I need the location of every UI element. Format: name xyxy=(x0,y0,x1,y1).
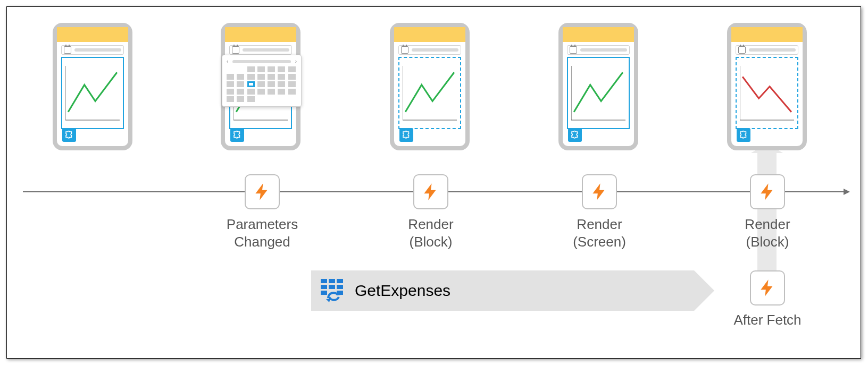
lightning-icon xyxy=(252,182,272,202)
event-parameters-changed: Parameters Changed xyxy=(209,174,315,250)
block-badge xyxy=(62,128,76,142)
event-label-line2: (Block) xyxy=(378,233,484,251)
phone-state-render-screen xyxy=(558,23,638,150)
event-icon-box xyxy=(245,174,280,209)
chevron-right-icon: › xyxy=(295,58,297,64)
event-label-line2: Changed xyxy=(209,233,315,251)
svg-rect-1 xyxy=(329,279,335,283)
phone-header-bar xyxy=(57,27,128,42)
lifecycle-diagram: ‹ › xyxy=(6,6,861,359)
aggregate-refresh-icon xyxy=(320,278,345,303)
date-input-row xyxy=(736,45,798,55)
placeholder-line xyxy=(412,48,458,52)
event-icon-box xyxy=(750,270,785,305)
calendar-icon xyxy=(64,46,71,54)
chart-block xyxy=(736,57,798,129)
chart-line-green xyxy=(403,61,457,125)
calendar-selected-day xyxy=(247,81,255,87)
lightning-icon xyxy=(757,278,778,298)
calendar-popover: ‹ › xyxy=(222,55,302,107)
event-label-line1: Parameters xyxy=(209,216,315,233)
event-label-line2: (Block) xyxy=(714,233,821,251)
date-input-row xyxy=(398,45,461,55)
chevron-left-icon: ‹ xyxy=(227,58,228,64)
event-label-line2: (Screen) xyxy=(546,233,653,251)
placeholder-line xyxy=(580,48,627,52)
block-badge xyxy=(568,128,582,142)
event-render-block-2: Render (Block) xyxy=(714,174,821,250)
phone-header-bar xyxy=(225,27,296,42)
event-icon-box xyxy=(582,174,617,209)
event-label-line1: Render xyxy=(378,216,484,233)
phone-state-after-fetch xyxy=(727,23,807,150)
lightning-icon xyxy=(589,182,610,202)
event-label-line1: Render xyxy=(714,216,821,233)
chart-block xyxy=(61,57,124,129)
calendar-icon xyxy=(232,46,239,54)
event-after-fetch: After Fetch xyxy=(714,270,821,328)
event-render-block-1: Render (Block) xyxy=(378,174,484,250)
placeholder-line xyxy=(243,48,289,52)
date-input-row xyxy=(567,45,630,55)
lightning-icon xyxy=(757,182,778,202)
calendar-icon xyxy=(401,46,408,54)
date-input-row xyxy=(61,45,124,55)
event-render-screen: Render (Screen) xyxy=(546,174,653,250)
phone-state-initial xyxy=(53,23,132,150)
phone-header-bar xyxy=(731,27,803,42)
svg-rect-4 xyxy=(329,285,335,289)
calendar-icon xyxy=(570,46,577,54)
puzzle-icon xyxy=(64,130,74,140)
chart-block xyxy=(398,57,461,129)
placeholder-line xyxy=(749,48,796,52)
aggregate-label: GetExpenses xyxy=(355,282,450,300)
month-label-placeholder xyxy=(232,60,290,63)
placeholder-line xyxy=(74,48,121,52)
svg-rect-0 xyxy=(321,279,327,283)
calendar-grid xyxy=(227,66,297,102)
event-label-line1: Render xyxy=(546,216,653,233)
chart-line-green xyxy=(65,61,120,125)
svg-rect-2 xyxy=(337,279,343,283)
date-input-row xyxy=(229,45,292,55)
after-fetch-label: After Fetch xyxy=(714,312,821,328)
svg-rect-5 xyxy=(337,285,343,289)
event-icon-box xyxy=(413,174,448,209)
chart-block xyxy=(567,57,630,129)
phone-state-render-block xyxy=(390,23,470,150)
lightning-icon xyxy=(421,182,441,202)
puzzle-icon xyxy=(739,130,748,140)
puzzle-icon xyxy=(232,130,242,140)
block-badge xyxy=(230,128,244,142)
phone-header-bar xyxy=(394,27,465,42)
puzzle-icon xyxy=(570,130,580,140)
phone-header-bar xyxy=(563,27,634,42)
aggregate-bar: GetExpenses xyxy=(311,270,694,311)
chart-line-red xyxy=(740,61,794,125)
phone-state-datepicker: ‹ › xyxy=(221,23,301,150)
svg-rect-3 xyxy=(321,285,327,289)
block-badge xyxy=(399,128,413,142)
calendar-icon xyxy=(738,46,746,54)
calendar-nav: ‹ › xyxy=(227,58,297,64)
chart-line-green xyxy=(571,61,625,125)
svg-rect-6 xyxy=(321,291,327,295)
block-badge xyxy=(737,128,750,142)
event-icon-box xyxy=(750,174,785,209)
puzzle-icon xyxy=(402,130,411,140)
